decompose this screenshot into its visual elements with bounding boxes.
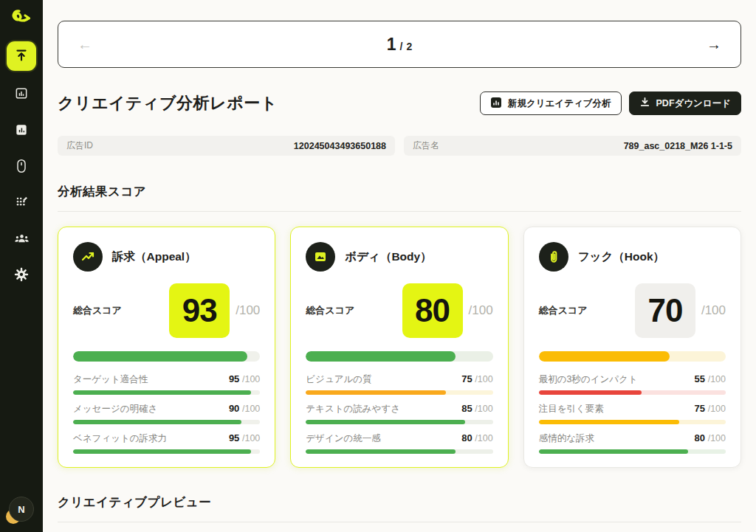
subscore-value: 75 — [461, 373, 472, 384]
overall-progress-bar — [73, 351, 260, 362]
sidebar-item-settings[interactable] — [9, 263, 34, 288]
brand-squiggle-arrow-icon — [7, 6, 35, 30]
ad-info-row: 広告ID 120245043493650188 広告名 789_asc_0218… — [58, 136, 741, 156]
subscore-value: 80 — [695, 432, 705, 443]
sidebar-item-editor[interactable] — [9, 190, 34, 215]
overall-progress-bar — [539, 351, 726, 362]
current-page: 1 — [387, 35, 396, 55]
subscore-row: 注目を引く要素 75 /100 — [539, 403, 726, 424]
subscore-row: ターゲット適合性 95 /100 — [73, 373, 260, 395]
subscore-denominator: /100 — [708, 374, 726, 384]
presentation-chart-icon — [14, 86, 29, 103]
avatar-initial: N — [9, 497, 34, 522]
subscore-row: ビジュアルの質 75 /100 — [306, 373, 492, 395]
overall-score-badge: 93 — [169, 283, 230, 338]
chart-badge-icon — [490, 97, 502, 111]
subscore-progress-bar — [306, 390, 492, 395]
sidebar-item-tracking[interactable] — [9, 154, 34, 179]
score-section-title: 分析結果スコア — [58, 184, 741, 200]
sidebar-item-report[interactable] — [9, 82, 34, 107]
subscore-value: 75 — [695, 403, 705, 414]
new-analysis-label: 新規クリエイティブ分析 — [508, 97, 611, 110]
bar-chart-icon — [14, 122, 29, 139]
overall-score-badge: 70 — [635, 283, 695, 338]
subscore-label: デザインの統一感 — [306, 432, 380, 445]
score-card: 訴求（Appeal） 総合スコア 93 /100 ターゲット適合性 95 /10… — [58, 227, 275, 468]
pdf-download-button[interactable]: PDFダウンロード — [629, 91, 741, 115]
subscore-denominator: /100 — [475, 404, 492, 414]
preview-section-title: クリエイティブプレビュー — [58, 494, 741, 511]
sidebar: N — [0, 0, 43, 532]
score-card: フック（Hook） 総合スコア 70 /100 最初の3秒のインパクト 55 /… — [523, 227, 741, 468]
overall-score-badge: 80 — [402, 283, 463, 338]
subscore-progress-bar — [306, 449, 492, 454]
paperclip-icon — [539, 242, 568, 272]
subscore-progress-bar — [73, 449, 260, 454]
people-icon — [14, 231, 30, 248]
ad-name-field: 広告名 789_asc_0218_M26 1-1-5 — [404, 136, 741, 156]
subscore-row: ベネフィットの訴求力 95 /100 — [73, 432, 260, 454]
prev-page-button[interactable]: ← — [78, 37, 92, 52]
subscore-denominator: /100 — [242, 374, 260, 384]
subscore-label: 注目を引く要素 — [539, 403, 604, 415]
subscore-value: 85 — [461, 403, 472, 414]
overall-progress-bar — [306, 351, 492, 362]
arrow-left-icon: ← — [78, 36, 92, 52]
overall-score-label: 総合スコア — [306, 304, 402, 317]
subscore-value: 90 — [229, 403, 239, 414]
subscore-label: ビジュアルの質 — [306, 373, 371, 386]
ad-id-value: 120245043493650188 — [294, 141, 386, 151]
subscore-row: 最初の3秒のインパクト 55 /100 — [539, 373, 726, 395]
score-card: ボディ（Body） 総合スコア 80 /100 ビジュアルの質 75 /100 … — [290, 227, 508, 468]
score-denominator: /100 — [469, 303, 493, 318]
subscore-value: 95 — [229, 373, 239, 384]
section-divider — [58, 211, 741, 212]
subscore-label: 感情的な訴求 — [539, 432, 594, 445]
ad-id-field: 広告ID 120245043493650188 — [58, 136, 395, 156]
ad-id-label: 広告ID — [66, 139, 93, 152]
subscore-row: テキストの読みやすさ 85 /100 — [306, 403, 492, 424]
overall-score-label: 総合スコア — [539, 304, 635, 317]
mouse-icon — [14, 158, 29, 176]
main-content: ← 1 / 2 → クリエイティブ分析レポート 新規クリ — [43, 0, 756, 532]
subscore-progress-bar — [539, 449, 726, 454]
subscore-progress-bar — [73, 390, 260, 395]
subscore-progress-bar — [539, 390, 726, 395]
user-avatar[interactable]: N — [9, 497, 34, 522]
download-icon — [639, 97, 650, 110]
new-analysis-button[interactable]: 新規クリエイティブ分析 — [480, 91, 622, 115]
apps-edit-icon — [14, 195, 29, 212]
header-actions: 新規クリエイティブ分析 PDFダウンロード — [480, 91, 741, 115]
subscore-label: ベネフィットの訴求力 — [73, 432, 167, 445]
arrow-right-icon: → — [707, 36, 721, 52]
sidebar-item-team[interactable] — [9, 227, 34, 252]
score-cards: 訴求（Appeal） 総合スコア 93 /100 ターゲット適合性 95 /10… — [58, 227, 741, 468]
upload-icon — [13, 47, 30, 66]
subscore-value: 80 — [461, 432, 472, 443]
subscore-value: 95 — [229, 432, 239, 443]
subscore-progress-bar — [306, 420, 492, 424]
ad-name-value: 789_asc_0218_M26 1-1-5 — [624, 141, 732, 151]
image-icon — [306, 242, 335, 272]
score-denominator: /100 — [701, 303, 726, 318]
subscore-row: 感情的な訴求 80 /100 — [539, 432, 726, 454]
total-pages: 2 — [406, 41, 412, 52]
sidebar-item-upload[interactable] — [7, 41, 36, 71]
next-page-button[interactable]: → — [707, 37, 721, 52]
subscore-row: デザインの統一感 80 /100 — [306, 432, 492, 454]
sidebar-nav — [7, 41, 36, 288]
subscore-progress-bar — [539, 420, 726, 424]
pagination-bar: ← 1 / 2 → — [58, 21, 741, 68]
subscore-denominator: /100 — [475, 433, 492, 443]
subscore-value: 55 — [695, 373, 705, 384]
subscore-denominator: /100 — [708, 404, 726, 414]
subscore-progress-bar — [73, 420, 260, 424]
subscore-denominator: /100 — [475, 374, 492, 384]
subscore-denominator: /100 — [242, 433, 260, 443]
sidebar-item-analytics[interactable] — [9, 118, 34, 143]
overall-score-label: 総合スコア — [73, 304, 169, 317]
subscore-denominator: /100 — [242, 404, 260, 414]
section-divider — [58, 522, 741, 522]
score-denominator: /100 — [236, 303, 260, 318]
page-separator: / — [400, 41, 403, 52]
